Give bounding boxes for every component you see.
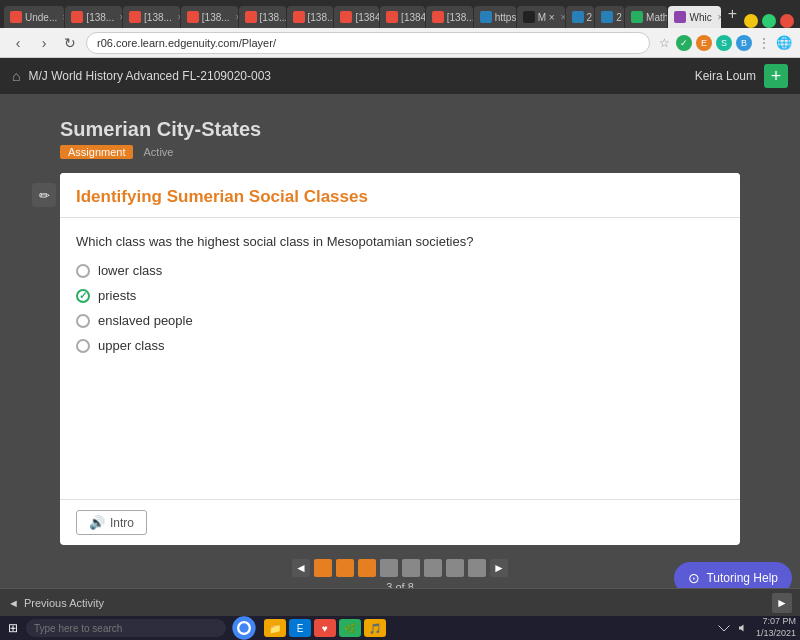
pagination-prev-button[interactable]: ◄: [292, 559, 310, 577]
url-input[interactable]: [86, 32, 650, 54]
taskbar-folder-icon[interactable]: 📁: [264, 619, 286, 637]
taskbar-chrome-icon[interactable]: [230, 617, 258, 639]
tab-close-11[interactable]: ✕: [560, 13, 565, 22]
close-window-button[interactable]: [780, 14, 794, 28]
tab-close-1[interactable]: ✕: [62, 13, 64, 22]
back-button[interactable]: ‹: [8, 33, 28, 53]
reload-button[interactable]: ↻: [60, 33, 80, 53]
option-priests[interactable]: priests: [76, 288, 724, 303]
tab-3[interactable]: [138... ✕: [123, 6, 180, 28]
tab-close-4[interactable]: ✕: [235, 13, 238, 22]
security-check-icon: ✓: [676, 35, 692, 51]
tab-15-active[interactable]: Whic ✕: [668, 6, 720, 28]
taskbar-explorer-icon[interactable]: E: [289, 619, 311, 637]
tab-6[interactable]: [138...: [287, 6, 334, 28]
page-dot-4: [380, 559, 398, 577]
option-lower-class[interactable]: lower class: [76, 263, 724, 278]
extension-icon-1[interactable]: E: [696, 35, 712, 51]
tab-favicon-11: [523, 11, 535, 23]
tab-9[interactable]: [138...: [426, 6, 473, 28]
page-dot-1: [314, 559, 332, 577]
tab-14[interactable]: Math: [625, 6, 667, 28]
start-button[interactable]: ⊞: [4, 621, 22, 635]
tab-close-2[interactable]: ✕: [119, 13, 122, 22]
system-time: 7:07 PM 1/13/2021: [756, 616, 796, 639]
add-button[interactable]: +: [764, 64, 788, 88]
status-label: Active: [143, 146, 173, 158]
pagination-section: ◄ ►: [60, 559, 740, 577]
quiz-footer: 🔊 Intro: [60, 499, 740, 545]
tab-favicon-3: [129, 11, 141, 23]
tab-label-1: Unde...: [25, 12, 57, 23]
quiz-header: Identifying Sumerian Social Classes: [60, 173, 740, 218]
tab-12[interactable]: 2: [566, 6, 595, 28]
tab-favicon-12: [572, 11, 584, 23]
extension-icon-3[interactable]: B: [736, 35, 752, 51]
taskbar-app3-icon[interactable]: ♥: [314, 619, 336, 637]
page-dot-8: [468, 559, 486, 577]
app-header-left: ⌂ M/J World History Advanced FL-2109020-…: [12, 68, 271, 84]
option-enslaved-people[interactable]: enslaved people: [76, 313, 724, 328]
svg-point-2: [239, 623, 248, 632]
quiz-spacer: [60, 379, 740, 499]
page-dot-6: [424, 559, 442, 577]
tab-5[interactable]: [138...: [239, 6, 286, 28]
page-title: Sumerian City-States: [60, 118, 740, 141]
radio-upper-class[interactable]: [76, 339, 90, 353]
radio-priests[interactable]: [76, 289, 90, 303]
tab-close-3[interactable]: ✕: [177, 13, 180, 22]
tab-label-2: [138...: [86, 12, 114, 23]
tab-2[interactable]: [138... ✕: [65, 6, 122, 28]
tutoring-label: Tutoring Help: [706, 571, 778, 585]
radio-enslaved-people[interactable]: [76, 314, 90, 328]
assignment-label: Assignment: [60, 145, 133, 159]
tab-11[interactable]: M × ✕: [517, 6, 565, 28]
radio-lower-class[interactable]: [76, 264, 90, 278]
volume-icon: [736, 620, 752, 636]
account-icon[interactable]: 🌐: [776, 35, 792, 51]
help-circle-icon: ⊙: [688, 570, 700, 586]
extension-icon-2[interactable]: S: [716, 35, 732, 51]
quiz-card: Identifying Sumerian Social Classes Whic…: [60, 173, 740, 545]
tab-close-15[interactable]: ✕: [717, 13, 721, 22]
tab-1[interactable]: Unde... ✕: [4, 6, 64, 28]
next-activity-button[interactable]: ►: [772, 593, 792, 613]
quiz-title: Identifying Sumerian Social Classes: [76, 187, 724, 207]
question-text: Which class was the highest social class…: [76, 234, 724, 249]
tab-4[interactable]: [138... ✕: [181, 6, 238, 28]
tab-8[interactable]: [1384: [380, 6, 425, 28]
taskbar-app4-icon[interactable]: 🌿: [339, 619, 361, 637]
minimize-button[interactable]: [744, 14, 758, 28]
wifi-icon: [716, 620, 732, 636]
tab-10[interactable]: https: [474, 6, 516, 28]
intro-button[interactable]: 🔊 Intro: [76, 510, 147, 535]
tab-favicon-9: [432, 11, 444, 23]
taskbar-app5-icon[interactable]: 🎵: [364, 619, 386, 637]
tab-7[interactable]: [1384: [334, 6, 379, 28]
forward-button[interactable]: ›: [34, 33, 54, 53]
tab-favicon-7: [340, 11, 352, 23]
user-name: Keira Loum: [695, 69, 756, 83]
maximize-button[interactable]: [762, 14, 776, 28]
page-dot-5: [402, 559, 420, 577]
taskbar-search-input[interactable]: [26, 619, 226, 637]
tab-label-5: [138...: [260, 12, 286, 23]
svg-marker-3: [739, 625, 744, 632]
settings-icon[interactable]: ⋮: [756, 35, 772, 51]
app-title: M/J World History Advanced FL-2109020-00…: [28, 69, 271, 83]
taskbar: ⊞ 📁 E ♥ 🌿 🎵 7:07 PM 1/13/2021: [0, 616, 800, 640]
taskbar-system-icons: 7:07 PM 1/13/2021: [716, 616, 796, 639]
tab-label-4: [138...: [202, 12, 230, 23]
pagination-next-button[interactable]: ►: [490, 559, 508, 577]
option-label-enslaved-people: enslaved people: [98, 313, 193, 328]
new-tab-button[interactable]: +: [722, 5, 743, 23]
home-icon[interactable]: ⌂: [12, 68, 20, 84]
bookmark-icon[interactable]: ☆: [656, 35, 672, 51]
previous-activity-button[interactable]: ◄ Previous Activity: [8, 597, 104, 609]
option-upper-class[interactable]: upper class: [76, 338, 724, 353]
tab-favicon-1: [10, 11, 22, 23]
tab-13[interactable]: 2: [595, 6, 624, 28]
page-dot-2: [336, 559, 354, 577]
bottom-nav: ◄ Previous Activity ►: [0, 588, 800, 616]
tab-favicon-6: [293, 11, 305, 23]
